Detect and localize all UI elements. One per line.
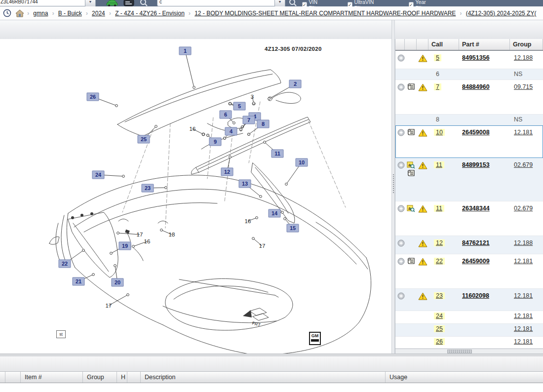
vin-dropdown-icon[interactable]: ▼ [85, 0, 96, 6]
checkbox-icon[interactable]: ✓ [348, 2, 352, 7]
call-number[interactable]: 24 [434, 313, 445, 319]
panel-splitter[interactable] [391, 20, 395, 353]
parts-row[interactable]: 2412.181 [395, 311, 543, 324]
call-number[interactable]: 11 [434, 161, 444, 168]
breadcrumb-link[interactable]: (4Z12-305) 2024-2025 ZY( [466, 10, 537, 17]
group-code[interactable]: 12.181 [514, 338, 533, 345]
group-code[interactable]: 09.715 [514, 83, 533, 90]
diagram-callout[interactable]: 26 [87, 93, 99, 101]
group-code[interactable]: 12.181 [514, 313, 533, 319]
call-column-header[interactable]: Call [428, 39, 459, 50]
note-icon[interactable] [407, 83, 415, 90]
expand-icon[interactable] [397, 83, 405, 91]
expand-icon[interactable] [397, 205, 405, 212]
diagram-callout[interactable]: 10 [296, 158, 308, 167]
warning-icon[interactable]: ! [418, 161, 427, 169]
note-icon[interactable] [407, 258, 415, 265]
parts-row[interactable]: !58495135612.188 [395, 51, 543, 69]
parts-row[interactable]: !128476212112.188 [395, 236, 543, 254]
warning-icon[interactable]: ! [418, 129, 427, 137]
vin-input[interactable] [0, 0, 88, 6]
part-number-link[interactable]: 84899153 [462, 161, 490, 168]
breadcrumb-link[interactable]: 12 - BODY MOLDINGS-SHEET METAL-REAR COMP… [194, 10, 456, 17]
description-column-header[interactable]: Description [141, 372, 386, 383]
diagram-callout[interactable]: 11 [272, 150, 284, 158]
group-column-header[interactable]: Group [510, 39, 543, 50]
diagram-callout[interactable]: 1 [179, 47, 192, 55]
spec-search-icon[interactable]: a [407, 161, 415, 169]
group-code[interactable]: 12.181 [514, 129, 533, 136]
search-go-icon[interactable] [288, 0, 297, 6]
part-number-link[interactable]: 84951356 [462, 54, 490, 61]
item-column-header[interactable]: Item # [21, 372, 83, 383]
diagram-callout[interactable]: 19 [119, 242, 131, 250]
breadcrumb-link[interactable]: B - Buick [58, 10, 82, 17]
diagram-callout[interactable]: 9 [209, 138, 222, 146]
diagram-callout[interactable]: 22 [59, 260, 71, 268]
warning-icon[interactable]: ! [418, 83, 427, 91]
call-number[interactable]: 5 [434, 54, 441, 61]
diagram-callout[interactable]: 2 [289, 80, 302, 88]
call-number[interactable]: 7 [434, 83, 441, 90]
parts-row[interactable]: !102645900812.181 [395, 125, 543, 158]
call-number[interactable]: 22 [434, 258, 445, 265]
diagram-callout[interactable]: 24 [92, 171, 105, 179]
diagram-callout[interactable]: 6 [220, 111, 232, 119]
vehicle-icon[interactable] [106, 0, 118, 6]
group-code[interactable]: 12.188 [514, 54, 533, 61]
h-column-header[interactable]: H [117, 372, 127, 383]
part-number-link[interactable]: 84884960 [462, 83, 490, 90]
expand-icon[interactable] [397, 54, 405, 62]
card-icon[interactable] [123, 0, 134, 6]
filter-checkbox[interactable]: ✓UltraVIN Filter [348, 0, 376, 6]
search-icon[interactable] [139, 0, 148, 6]
parts-row[interactable]: a!112634834402.679 [395, 201, 543, 236]
diagram-callout[interactable]: 13 [239, 180, 251, 188]
call-number[interactable]: 23 [434, 292, 445, 299]
breadcrumb-link[interactable]: 2024 [92, 10, 105, 17]
diagram-callout[interactable]: 23 [142, 184, 154, 193]
note-icon[interactable] [407, 170, 415, 177]
diagram-callout[interactable]: 15 [287, 224, 299, 233]
group-column-header-bottom[interactable]: Group [83, 372, 117, 383]
scrollbar-thumb[interactable] [447, 350, 472, 353]
warning-icon[interactable]: ! [418, 292, 427, 300]
call-number[interactable]: 25 [434, 325, 445, 332]
filter-checkbox[interactable]: ✓Year Filter [409, 0, 428, 6]
parts-row[interactable]: 2612.181 [395, 337, 543, 349]
part-search-input[interactable] [157, 0, 278, 6]
part-number-link[interactable]: 84762121 [462, 239, 490, 246]
parts-row[interactable]: !231160209812.181 [395, 289, 543, 311]
expand-icon[interactable] [397, 129, 405, 136]
call-number[interactable]: 12 [434, 239, 445, 246]
parts-row[interactable]: 2512.181 [395, 324, 543, 337]
expand-icon[interactable] [397, 292, 405, 300]
call-number[interactable]: 26 [434, 338, 445, 345]
spec-search-icon[interactable]: a [407, 205, 415, 212]
diagram-callout[interactable]: 25 [138, 135, 150, 144]
part-number-link[interactable]: 26459009 [462, 258, 490, 265]
breadcrumb-link[interactable]: Z - 4Z4 - 4ZY26 - Envision [115, 10, 185, 17]
parts-row[interactable]: 6NS [395, 69, 543, 80]
expand-icon[interactable] [397, 239, 405, 247]
part-column-header[interactable]: Part # [459, 39, 510, 50]
parts-horizontal-scrollbar[interactable] [395, 349, 543, 353]
diagram-callout[interactable]: 7 [243, 116, 255, 124]
part-number-link[interactable]: 26459008 [462, 129, 490, 136]
diagram-viewport[interactable]: FRT 4Z12-305 07/02/2020 1226564784911251… [0, 39, 391, 353]
call-number[interactable]: 10 [434, 129, 445, 136]
group-code[interactable]: 02.679 [514, 205, 533, 212]
parts-row[interactable]: 8NS [395, 115, 543, 125]
warning-icon[interactable]: ! [418, 258, 427, 266]
checkbox-icon[interactable]: ✓ [302, 2, 307, 7]
warning-icon[interactable]: ! [418, 205, 427, 213]
usage-column-header[interactable]: Usage [386, 372, 543, 383]
parts-row[interactable]: !78488496009.715 [395, 80, 543, 115]
diagram-callout[interactable]: 12 [221, 168, 233, 176]
history-clock-icon[interactable] [3, 9, 11, 17]
diagram-callout[interactable]: 5 [233, 102, 246, 111]
part-number-link[interactable]: 26348344 [462, 205, 490, 212]
note-icon[interactable] [407, 129, 415, 136]
warning-icon[interactable]: ! [418, 54, 427, 62]
expand-icon[interactable] [397, 258, 405, 265]
